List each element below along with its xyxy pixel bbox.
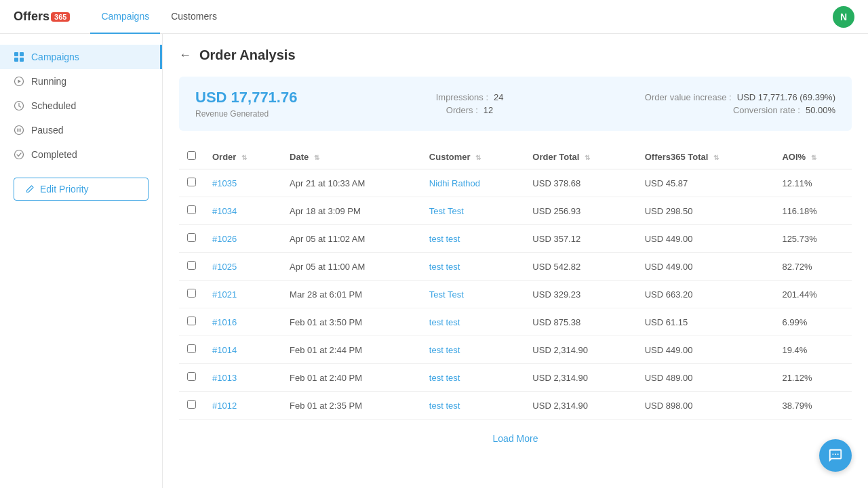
nav-customers[interactable]: Customers — [160, 0, 228, 34]
customer-link-8[interactable]: test test — [429, 401, 460, 411]
row-customer: Test Test — [421, 197, 525, 225]
row-offers-total: USD 298.50 — [637, 197, 774, 225]
row-checkbox-1[interactable] — [187, 205, 196, 214]
customer-link-7[interactable]: test test — [429, 373, 460, 383]
customer-link-6[interactable]: test test — [429, 345, 460, 355]
row-date: Feb 01 at 2:44 PM — [281, 336, 421, 364]
back-button[interactable]: ← — [179, 48, 191, 62]
order-link-8[interactable]: #1012 — [212, 401, 237, 411]
grid-icon — [14, 52, 24, 62]
avatar: N — [833, 6, 854, 28]
orders-table-container: Order ⇅ Date ⇅ Customer ⇅ Order Total ⇅ … — [179, 144, 852, 458]
table-row: #1035 Apr 21 at 10:33 AM Nidhi Rathod US… — [179, 169, 852, 197]
header-date[interactable]: Date ⇅ — [281, 144, 421, 169]
sidebar-item-completed[interactable]: Completed — [0, 142, 162, 167]
row-order-total: USD 2,314.90 — [524, 336, 636, 364]
header-aoi[interactable]: AOI% ⇅ — [774, 144, 852, 169]
sort-customer-icon: ⇅ — [475, 154, 481, 161]
customer-link-3[interactable]: test test — [429, 262, 460, 272]
main-content: ← Order Analysis USD 17,771.76 Revenue G… — [163, 34, 868, 488]
row-customer: Nidhi Rathod — [421, 169, 525, 197]
row-customer: test test — [421, 225, 525, 253]
load-more-button[interactable]: Load More — [179, 420, 852, 458]
row-customer: test test — [421, 364, 525, 392]
row-checkbox-col — [179, 336, 204, 364]
check-circle-icon — [14, 149, 24, 160]
row-order: #1013 — [204, 364, 281, 392]
svg-line-8 — [19, 106, 21, 108]
row-checkbox-5[interactable] — [187, 317, 196, 325]
header-checkbox-col — [179, 144, 204, 169]
conversion-rate-row: Conversion rate : 50.00% — [733, 105, 835, 115]
row-checkbox-2[interactable] — [187, 233, 196, 242]
row-aoi: 125.73% — [774, 225, 852, 253]
row-offers-total: USD 61.15 — [637, 308, 774, 336]
sidebar-item-campaigns[interactable]: Campaigns — [0, 45, 162, 69]
sidebar-item-running[interactable]: Running — [0, 69, 162, 94]
row-checkbox-0[interactable] — [187, 178, 196, 186]
edit-priority-button[interactable]: Edit Priority — [14, 178, 149, 201]
order-link-4[interactable]: #1021 — [212, 289, 237, 300]
order-link-0[interactable]: #1035 — [212, 178, 237, 188]
customer-link-5[interactable]: test test — [429, 317, 460, 327]
row-date: Feb 01 at 2:35 PM — [281, 392, 421, 420]
order-link-7[interactable]: #1013 — [212, 373, 237, 383]
logo: Offers 365 — [14, 9, 70, 24]
customer-link-4[interactable]: Test Test — [429, 289, 464, 300]
order-link-5[interactable]: #1016 — [212, 317, 237, 327]
row-checkbox-col — [179, 281, 204, 308]
row-checkbox-col — [179, 253, 204, 281]
svg-rect-14 — [835, 453, 836, 455]
table-row: #1025 Apr 05 at 11:00 AM test test USD 5… — [179, 253, 852, 281]
customer-link-0[interactable]: Nidhi Rathod — [429, 178, 480, 188]
svg-rect-15 — [837, 453, 839, 455]
row-offers-total: USD 663.20 — [637, 281, 774, 308]
header-order-total[interactable]: Order Total ⇅ — [524, 144, 636, 169]
select-all-checkbox[interactable] — [187, 151, 196, 160]
row-checkbox-8[interactable] — [187, 400, 196, 409]
row-customer: test test — [421, 308, 525, 336]
stat-revenue-section: USD 17,771.76 Revenue Generated — [195, 89, 378, 119]
sidebar-item-paused[interactable]: Paused — [0, 118, 162, 142]
row-checkbox-4[interactable] — [187, 289, 196, 298]
stat-mid-section: Impressions : 24 Orders : 12 — [378, 92, 561, 115]
row-checkbox-7[interactable] — [187, 372, 196, 381]
row-order: #1012 — [204, 392, 281, 420]
customer-link-1[interactable]: Test Test — [429, 206, 464, 216]
impressions-value: 24 — [494, 92, 503, 102]
logo-badge: 365 — [51, 12, 70, 22]
row-aoi: 6.99% — [774, 308, 852, 336]
row-checkbox-6[interactable] — [187, 344, 196, 353]
row-order: #1035 — [204, 169, 281, 197]
order-link-3[interactable]: #1025 — [212, 262, 237, 272]
customer-link-2[interactable]: test test — [429, 234, 460, 244]
order-link-2[interactable]: #1026 — [212, 234, 237, 244]
row-customer: test test — [421, 392, 525, 420]
table-row: #1021 Mar 28 at 6:01 PM Test Test USD 32… — [179, 281, 852, 308]
order-link-1[interactable]: #1034 — [212, 206, 237, 216]
chat-icon — [828, 448, 843, 463]
chat-button[interactable] — [819, 439, 852, 472]
row-checkbox-col — [179, 364, 204, 392]
header-offers-total[interactable]: Offers365 Total ⇅ — [637, 144, 774, 169]
orders-label: Orders : — [446, 105, 478, 115]
nav-campaigns[interactable]: Campaigns — [90, 0, 160, 34]
svg-rect-2 — [14, 58, 18, 62]
row-aoi: 82.72% — [774, 253, 852, 281]
row-customer: test test — [421, 253, 525, 281]
circle-play-icon — [14, 76, 24, 87]
row-order: #1016 — [204, 308, 281, 336]
row-offers-total: USD 449.00 — [637, 225, 774, 253]
page-header: ← Order Analysis — [179, 47, 852, 63]
header-customer[interactable]: Customer ⇅ — [421, 144, 525, 169]
row-checkbox-col — [179, 225, 204, 253]
row-checkbox-3[interactable] — [187, 261, 196, 270]
sidebar-item-scheduled[interactable]: Scheduled — [0, 94, 162, 118]
row-offers-total: USD 449.00 — [637, 253, 774, 281]
sidebar: Campaigns Running Scheduled — [0, 34, 163, 488]
header-order[interactable]: Order ⇅ — [204, 144, 281, 169]
order-link-6[interactable]: #1014 — [212, 345, 237, 355]
row-date: Feb 01 at 3:50 PM — [281, 308, 421, 336]
logo-text: Offers — [14, 9, 50, 24]
table-row: #1026 Apr 05 at 11:02 AM test test USD 3… — [179, 225, 852, 253]
